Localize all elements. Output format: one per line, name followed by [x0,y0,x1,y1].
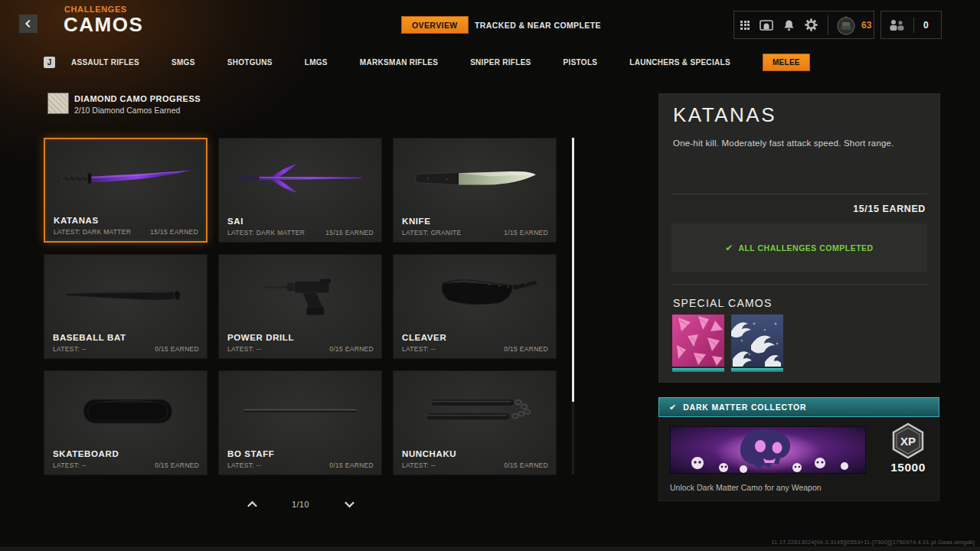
skateboard-icon [44,376,207,446]
tab-pistols[interactable]: PISTOLS [564,58,598,67]
pagination: 1/10 [245,499,356,510]
page-down-button[interactable] [342,499,356,510]
weapon-card-cleaver[interactable]: CLEAVERLATEST: --0/15 EARNED [393,254,557,359]
weapon-name: SKATEBOARD [53,449,119,458]
rank-emblem-icon [836,15,856,35]
store-icon[interactable] [760,18,773,32]
detail-title: KATANAS [673,103,776,127]
grid-scrollbar[interactable] [572,138,574,474]
tab-assault-rifles[interactable]: ASSAULT RIFLES [71,58,139,67]
weapon-earned-count: 0/15 EARNED [155,461,199,469]
tab-sniper-rifles[interactable]: SNIPER RIFLES [470,58,531,67]
grid-menu-icon[interactable] [740,18,750,32]
weapon-name: KNIFE [402,217,431,226]
bottom-strip [0,546,980,551]
nunchaku-icon [394,376,556,446]
special-camos-row [672,315,783,372]
weapon-card-knife[interactable]: KNIFELATEST: GRANITE1/15 EARNED [393,138,557,243]
hud-icon-bar: 63 [733,11,874,39]
category-tabs: ASSAULT RIFLESSMGSSHOTGUNSLMGSMARKSMAN R… [71,54,810,71]
collector-body: XP 15000 Unlock Dark Matter Camo for any… [658,417,939,501]
collector-title: DARK MATTER COLLECTOR [683,403,806,412]
special-camo-pink-petals[interactable] [672,315,724,372]
weapon-name: KATANAS [54,216,99,225]
wave-camo-icon [731,315,783,367]
detail-earned-count: 15/15 EARNED [853,204,926,214]
page-up-button[interactable] [245,499,259,510]
weapon-name: POWER DRILL [227,333,294,342]
tab-smgs[interactable]: SMGS [172,58,195,67]
tab-overview[interactable]: OVERVIEW [401,16,469,34]
xp-hexagon-icon: XP [890,422,926,459]
detail-description: One-hit kill. Moderately fast attack spe… [673,139,926,148]
chevron-down-icon [344,500,355,508]
camos-screen: CHALLENGES CAMOS OVERVIEW TRACKED & NEAR… [0,0,980,551]
weapon-card-power-drill[interactable]: POWER DRILLLATEST: --0/15 EARNED [218,254,382,359]
completed-label: ALL CHALLENGES COMPLETED [738,243,873,253]
weapon-earned-count: 0/15 EARNED [504,461,548,469]
camo-earned-bar [731,368,783,372]
weapon-latest-camo: LATEST: -- [53,345,87,353]
diamond-camo-swatch-icon [47,93,69,114]
page-title: CAMOS [64,13,143,37]
weapon-name: SAI [227,217,243,226]
weapon-earned-count: 1/15 EARNED [504,229,548,236]
pink-petals-camo-icon [672,315,724,367]
weapon-card-bo-staff[interactable]: BO STAFFLATEST: --0/15 EARNED [218,370,382,475]
weapon-card-sai[interactable]: SAILATEST: DARK MATTER15/15 EARNED [218,138,382,243]
drill-icon [219,259,381,330]
gear-icon[interactable] [805,18,818,32]
diamond-progress-title: DIAMOND CAMO PROGRESS [74,94,201,103]
weapon-latest-camo: LATEST: -- [227,345,261,353]
camo-earned-bar [672,368,724,372]
dark-matter-collector-card[interactable]: ✔ DARK MATTER COLLECTOR [658,397,939,501]
weapon-earned-count: 0/15 EARNED [329,345,374,353]
check-icon: ✔ [669,403,676,412]
chevron-up-icon [247,500,258,508]
tab-tracked-near-complete[interactable]: TRACKED & NEAR COMPLETE [475,21,601,30]
weapon-latest-camo: LATEST: -- [227,461,261,469]
weapon-card-skateboard[interactable]: SKATEBOARDLATEST: --0/15 EARNED [44,370,207,475]
friends-widget[interactable]: 0 [880,11,942,39]
grid-scrollbar-thumb[interactable] [572,138,574,402]
rank-level: 63 [861,20,871,31]
collector-unlock-text: Unlock Dark Matter Camo for any Weapon [670,483,822,492]
weapon-latest-camo: LATEST: DARK MATTER [54,228,131,236]
page-indicator: 1/10 [292,500,309,509]
bell-icon[interactable] [783,18,795,32]
tab-shotguns[interactable]: SHOTGUNS [227,58,273,67]
weapon-card-nunchaku[interactable]: NUNCHAKULATEST: --0/15 EARNED [393,370,557,475]
weapon-earned-count: 0/15 EARNED [504,345,548,353]
weapon-earned-count: 0/15 EARNED [155,345,199,353]
xp-label: XP [900,435,916,448]
xp-reward-value: 15000 [884,461,933,474]
tab-melee[interactable]: MELEE [763,54,810,71]
weapon-earned-count: 0/15 EARNED [329,461,374,469]
weapon-latest-camo: LATEST: -- [402,345,436,353]
tab-marksman-rifles[interactable]: MARKSMAN RIFLES [360,58,438,67]
challenges-completed-banner: ✔ ALL CHALLENGES COMPLETED [671,223,927,272]
weapon-earned-count: 15/15 EARNED [150,228,198,236]
check-icon: ✔ [725,243,733,253]
tab-launchers-specials[interactable]: LAUNCHERS & SPECIALS [629,58,730,67]
bostaff-icon [219,376,381,446]
weapon-latest-camo: LATEST: -- [402,461,436,469]
weapon-card-baseball-bat[interactable]: BASEBALL BATLATEST: --0/15 EARNED [44,254,207,359]
weapon-earned-count: 15/15 EARNED [325,229,374,236]
special-camo-wave[interactable] [731,315,783,372]
dark-matter-artwork [670,426,866,474]
collector-header: ✔ DARK MATTER COLLECTOR [658,397,939,417]
rank-emblem-group[interactable]: 63 [828,15,871,35]
weapon-latest-camo: LATEST: GRANITE [402,229,462,236]
back-chevron-icon [23,18,34,29]
tab-lmgs[interactable]: LMGS [305,58,328,67]
weapon-latest-camo: LATEST: DARK MATTER [227,229,305,236]
cleaver-icon [394,259,556,330]
weapon-detail-panel: KATANAS One-hit kill. Moderately fast at… [658,93,940,383]
divider [671,284,927,285]
weapon-card-katanas[interactable]: KATANASLATEST: DARK MATTER15/15 EARNED [44,138,207,243]
keybind-hint-j: J [44,57,55,68]
weapon-name: NUNCHAKU [402,449,456,458]
back-button[interactable] [19,15,38,33]
knife-icon [394,143,556,214]
